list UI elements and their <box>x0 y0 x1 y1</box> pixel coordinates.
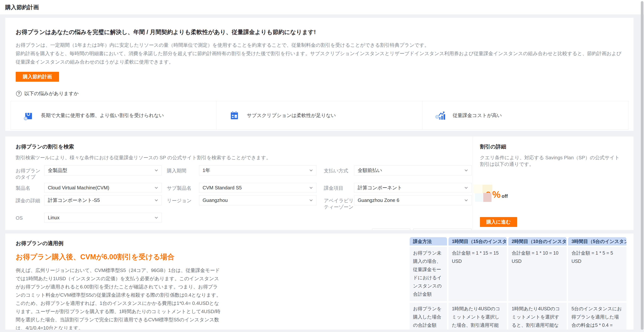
billing-detail-label: 課金の詳細 <box>16 195 44 204</box>
product-name-value: Cloud Virtual Machine(CVM) <box>48 185 109 191</box>
chevron-down-icon <box>465 186 468 189</box>
top-header: 購入節約計画 <box>0 0 644 14</box>
discount-detail-pane: 割引の詳細 クエリ条件により、対応する Savings Plan（SP）の公式サ… <box>473 136 634 230</box>
example-section-title: お得プランの適用例 <box>16 240 223 247</box>
search-actions: 割引を検索 割引をエクスポート <box>16 228 472 230</box>
table-cell: お得プラン未購入の場合、従量課金モードにおけるインスタンスの合計金額 <box>410 247 447 301</box>
billing-item-value: 計算コンポーネント <box>358 184 402 191</box>
billing-item-select[interactable]: 計算コンポーネント <box>354 183 472 193</box>
payment-method-label: 支払い方式 <box>324 166 354 174</box>
payment-method-value: 全額前払い <box>358 167 382 174</box>
purchase-period-label: 購入期間 <box>167 166 199 174</box>
discount-off-label: off <box>502 193 508 199</box>
table-cell: お得プランを購入した場合の合計金額 <box>410 303 447 330</box>
os-label: OS <box>16 213 44 221</box>
sub-product-select[interactable]: CVM Standard S5 <box>199 183 316 193</box>
purchase-period-select[interactable]: 1年 <box>199 166 316 175</box>
table-header-hour3: 3時間目（5台のインスタンス... <box>568 237 626 246</box>
decor-block-yellow-light <box>474 185 482 193</box>
discount-detail-description: クエリ条件により、対応する Savings Plan（SP）の公式サイト割引は以… <box>480 154 623 168</box>
proceed-to-purchase-button[interactable]: 購入に進む <box>480 217 517 227</box>
vertical-scrollbar[interactable] <box>641 1 644 330</box>
billing-detail-value: 計算コンポーネント-S5 <box>48 197 100 204</box>
banner-description-line1: お得プランは、一定期間（1年または3年）内に安定したリソースの量（時間単位で測定… <box>16 41 623 49</box>
table-header-billing-method: 課金方法 <box>410 237 447 246</box>
table-cell: 合計金額 = 1 * 15 = 15 USD <box>448 247 507 301</box>
pain-point-label: 従量課金コストが高い <box>453 112 502 119</box>
savings-plan-banner-card: お得プランはあなたの悩みを完璧に解決し、年間 / 月間契約よりも柔軟性があり、従… <box>5 18 634 131</box>
search-discount-button[interactable]: 割引を検索 <box>372 228 410 230</box>
chevron-down-icon <box>310 186 313 189</box>
discount-percent-sign: % <box>492 189 500 200</box>
table-cell: 合計金額 = 1 * 10 = 10 USD <box>508 247 567 301</box>
pain-point-label: サブスクリプションは柔軟性が足りない <box>247 112 336 119</box>
concerns-row: ? 以下の悩みがありますか <box>16 90 634 97</box>
purchase-period-value: 1年 <box>202 167 210 174</box>
product-name-select[interactable]: Cloud Virtual Machine(CVM) <box>44 183 162 193</box>
search-section-description: 割引検索ツールにより、様々な条件における従量課金リソースの SP の公式サイト割… <box>16 154 473 161</box>
table-header-hour2: 2時間目（10台のインスタンス... <box>508 237 567 246</box>
table-cell: 5台のインスタンスにお得プランを適用した場合の料金は5 * 0.4 = 2USD… <box>568 303 626 330</box>
chevron-down-icon <box>155 168 158 172</box>
region-select[interactable]: Guangzhou <box>199 195 316 205</box>
chevron-down-icon <box>465 168 468 172</box>
calendar-icon <box>229 110 240 121</box>
banner-description-line2: 節約計画を購入すると、毎時間の明細書において、消費を承諾した部分を超えずに節約計… <box>16 49 623 66</box>
pain-point-subscription: サブスクリプションは柔軟性が足りない <box>216 101 422 130</box>
chevron-down-icon <box>155 198 158 201</box>
os-select[interactable]: Linux <box>44 213 162 223</box>
pain-points-box: % 長期で大量に使用する際、より低い割引を受けられない サブスクリプションは柔軟… <box>10 101 628 130</box>
table-cell: 1時間あたり4USDのコミットメントを選択すると、割引適用可能なインスタンス数は… <box>508 303 567 330</box>
example-text-column: お得プランの適用例 お得プラン購入後、CVMが6.00割引を受ける場合 例えば、… <box>16 237 223 330</box>
purchase-savings-plan-button[interactable]: 購入節約計画 <box>16 72 59 82</box>
table-header-hour1: 1時間目（15台のインスタンス... <box>448 237 507 246</box>
decor-block-pink <box>483 193 492 202</box>
svg-text:%: % <box>24 117 27 120</box>
discount-search-pane: お得プランの割引を検索 割引検索ツールにより、様々な条件における従量課金リソース… <box>5 136 473 230</box>
plan-type-select[interactable]: 全製品型 <box>44 166 162 175</box>
chevron-down-icon <box>155 186 158 189</box>
availability-zone-label: アベイラビリティーゾーン <box>324 195 354 210</box>
availability-zone-select[interactable]: Guangzhou Zone 6 <box>354 195 472 205</box>
svg-text:¥: ¥ <box>436 116 438 118</box>
question-circle-icon: ? <box>16 91 22 96</box>
form-row: お得プランのタイプ 全製品型 購入期間 1年 支払い方式 全額前払い <box>16 166 473 180</box>
plan-type-label: お得プランのタイプ <box>16 166 44 180</box>
billing-item-label: 課金項目 <box>324 183 354 191</box>
discount-search-form: お得プランのタイプ 全製品型 購入期間 1年 支払い方式 全額前払い 製品名 <box>16 166 473 223</box>
billing-comparison-table: 課金方法 1時間目（15台のインスタンス... 2時間目（10台のインスタンス.… <box>410 237 626 330</box>
availability-zone-value: Guangzhou Zone 6 <box>358 198 399 203</box>
export-discount-button[interactable]: 割引をエクスポート <box>413 228 472 230</box>
payment-method-select[interactable]: 全額前払い <box>354 166 472 175</box>
banner-heading: お得プランはあなたの悩みを完璧に解決し、年間 / 月間契約よりも柔軟性があり、従… <box>5 18 634 36</box>
decor-block-cyan <box>475 193 483 202</box>
table-cell: 合計金額 = 1 * 5 = 5 USD <box>568 247 626 301</box>
example-orange-heading: お得プラン購入後、CVMが6.00割引を受ける場合 <box>16 252 223 262</box>
region-label: リージョン <box>167 195 199 204</box>
form-row: 課金の詳細 計算コンポーネント-S5 リージョン Guangzhou アベイラビ… <box>16 195 473 210</box>
pain-point-label: 長期で大量に使用する際、より低い割引を受けられない <box>41 112 164 119</box>
search-section-title: お得プランの割引を検索 <box>16 143 473 150</box>
billing-detail-select[interactable]: 計算コンポーネント-S5 <box>44 195 162 205</box>
sub-product-value: CVM Standard S5 <box>202 185 242 191</box>
discount-detail-title: 割引の詳細 <box>480 143 623 150</box>
application-example-card: お得プランの適用例 お得プラン購入後、CVMが6.00割引を受ける場合 例えば、… <box>5 234 634 330</box>
form-row: 製品名 Cloud Virtual Machine(CVM) サブ製品名 CVM… <box>16 183 473 193</box>
rising-cost-icon: ¥ <box>435 110 446 121</box>
banner-description: お得プランは、一定期間（1年または3年）内に安定したリソースの量（時間単位で測定… <box>16 41 623 66</box>
discount-percentage-display: 2 % off <box>474 185 533 204</box>
concerns-question-label: 以下の悩みがありますか <box>24 90 79 97</box>
chevron-down-icon <box>465 198 468 201</box>
pain-point-discount: % 長期で大量に使用する際、より低い割引を受けられない <box>11 101 216 130</box>
chevron-down-icon <box>310 198 313 201</box>
plan-type-value: 全製品型 <box>48 167 67 174</box>
example-body-text: 例えば、広州リージョンにおいて、CVM標準型S5（24コア、96GB）1台は、従… <box>16 266 223 330</box>
product-name-label: 製品名 <box>16 183 44 191</box>
pain-point-cost: ¥ 従量課金コストが高い <box>422 101 628 130</box>
form-row: OS Linux <box>16 213 473 223</box>
table-cell: 1時間あたり4USDのコミットメントを選択した場合、割引適用可能なインスタンス数… <box>448 303 507 330</box>
page-title: 購入節約計画 <box>0 0 644 14</box>
discount-search-card: お得プランの割引を検索 割引検索ツールにより、様々な条件における従量課金リソース… <box>5 136 634 230</box>
chevron-down-icon <box>310 168 313 172</box>
region-value: Guangzhou <box>202 198 228 203</box>
